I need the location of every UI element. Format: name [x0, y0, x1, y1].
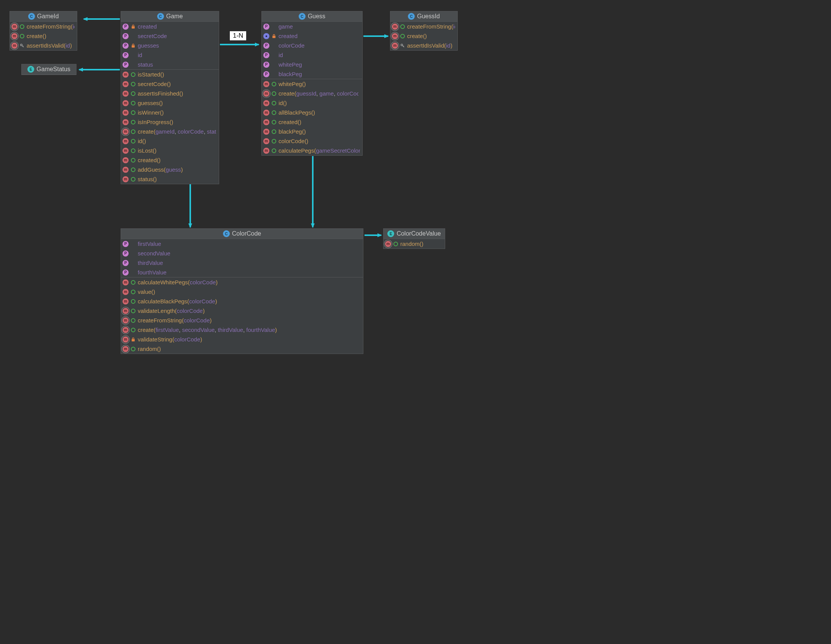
- class-member-row[interactable]: misWinner(): [121, 108, 219, 117]
- class-member-row[interactable]: mvalidateLength(colorCode): [121, 306, 363, 316]
- class-box-colorcodevalue[interactable]: EColorCodeValuemrandom(): [383, 228, 445, 249]
- class-box-guess[interactable]: CGuessPgame●createdPcolorCodePidPwhitePe…: [261, 11, 363, 156]
- class-member-row[interactable]: mstatus(): [121, 174, 219, 184]
- class-box-gamestatus[interactable]: EGameStatus: [21, 64, 76, 75]
- class-member-row[interactable]: Pid: [262, 50, 362, 60]
- property-icon: P: [263, 52, 269, 58]
- visibility-public-icon: [131, 167, 135, 172]
- class-member-row[interactable]: ●created: [262, 31, 362, 41]
- class-member-row[interactable]: PcolorCode: [262, 41, 362, 50]
- svg-rect-10: [132, 26, 135, 29]
- class-member-row[interactable]: mrandom(): [384, 239, 445, 249]
- svg-point-44: [394, 242, 398, 246]
- svg-point-41: [131, 328, 135, 332]
- class-member-row[interactable]: Pguesses: [121, 41, 219, 50]
- class-member-row[interactable]: Pgame: [262, 22, 362, 31]
- spacer: [131, 261, 135, 265]
- class-member-row[interactable]: mcreateFromString(id): [10, 22, 77, 31]
- class-member-row[interactable]: PsecondValue: [121, 249, 363, 258]
- class-member-row[interactable]: mcreate(): [390, 31, 457, 41]
- class-member-row[interactable]: PwhitePeg: [262, 60, 362, 69]
- class-member-row[interactable]: mcreateFromString(id): [390, 22, 457, 31]
- class-member-row[interactable]: maddGuess(guess): [121, 165, 219, 174]
- class-member-row[interactable]: mallBlackPegs(): [262, 108, 362, 117]
- class-box-game[interactable]: CGamePcreatedPsecretCodePguessesPidPstat…: [121, 11, 219, 184]
- class-member-row[interactable]: mcolorCode(): [262, 136, 362, 146]
- class-box-colorcode[interactable]: CColorCodePfirstValuePsecondValuePthirdV…: [121, 228, 363, 354]
- class-member-row[interactable]: mguesses(): [121, 98, 219, 108]
- class-member-row[interactable]: mcreate(): [10, 31, 77, 41]
- class-member-row[interactable]: massertIsFinished(): [121, 89, 219, 98]
- class-member-row[interactable]: mid(): [262, 98, 362, 108]
- svg-point-32: [272, 149, 276, 153]
- svg-point-26: [272, 92, 276, 96]
- svg-point-33: [401, 25, 404, 29]
- method-icon: m: [123, 289, 129, 295]
- visibility-public-icon: [131, 148, 135, 153]
- class-member-row[interactable]: mcreate(guessId, game, colorCode): [262, 89, 362, 98]
- class-title: Game: [166, 13, 183, 20]
- class-member-row[interactable]: mcreate(firstValue, secondValue, thirdVa…: [121, 325, 363, 335]
- class-member-row[interactable]: PfirstValue: [121, 239, 363, 249]
- class-member-row[interactable]: misLost(): [121, 146, 219, 155]
- member-label: status(): [138, 175, 157, 183]
- class-member-row[interactable]: mcalculateWhitePegs(colorCode): [121, 277, 363, 287]
- spacer: [131, 62, 135, 67]
- property-icon: P: [263, 24, 269, 30]
- class-member-row[interactable]: massertIdIsValid(id): [390, 41, 457, 50]
- class-member-row[interactable]: PsecretCode: [121, 31, 219, 41]
- property-icon: P: [263, 71, 269, 77]
- class-member-row[interactable]: misInProgress(): [121, 117, 219, 127]
- method-icon: m: [123, 110, 129, 116]
- svg-point-27: [272, 101, 276, 105]
- class-box-guessid[interactable]: CGuessIdmcreateFromString(id)mcreate()ma…: [390, 11, 458, 51]
- member-label: whitePeg(): [279, 80, 306, 88]
- method-icon: m: [123, 298, 129, 304]
- property-icon: P: [123, 43, 129, 49]
- svg-point-36: [131, 281, 135, 284]
- class-member-row[interactable]: misStarted(): [121, 70, 219, 79]
- member-label: guesses: [138, 42, 159, 49]
- class-member-row[interactable]: PthirdValue: [121, 258, 363, 268]
- method-icon: m: [392, 33, 398, 39]
- method-icon: m: [123, 176, 129, 182]
- method-icon: m: [123, 167, 129, 173]
- class-member-row[interactable]: mvalue(): [121, 287, 363, 296]
- method-icon: m: [263, 148, 269, 154]
- svg-point-29: [272, 120, 276, 124]
- member-label: id(): [279, 99, 287, 107]
- class-member-row[interactable]: mid(): [121, 136, 219, 146]
- visibility-public-icon: [393, 242, 398, 246]
- class-member-row[interactable]: Pstatus: [121, 60, 219, 69]
- class-member-row[interactable]: mcalculateBlackPegs(colorCode): [121, 296, 363, 306]
- class-member-row[interactable]: PblackPeg: [262, 69, 362, 79]
- class-member-row[interactable]: mcreateFromString(colorCode): [121, 316, 363, 325]
- visibility-public-icon: [131, 299, 135, 304]
- class-member-row[interactable]: mcreated(): [262, 117, 362, 127]
- member-label: secondValue: [138, 250, 170, 257]
- class-member-row[interactable]: mblackPeg(): [262, 127, 362, 136]
- class-member-row[interactable]: mcalculatePegs(gameSecretColor): [262, 146, 362, 155]
- class-header: CGame: [121, 11, 219, 22]
- class-member-row[interactable]: mcreate(gameId, colorCode, status): [121, 127, 219, 136]
- visibility-private-icon: [272, 34, 276, 38]
- class-member-row[interactable]: Pcreated: [121, 22, 219, 31]
- visibility-public-icon: [131, 139, 135, 143]
- visibility-public-icon: [131, 158, 135, 163]
- visibility-public-icon: [131, 120, 135, 124]
- class-member-row[interactable]: msecretCode(): [121, 79, 219, 89]
- class-member-row[interactable]: mwhitePeg(): [262, 79, 362, 89]
- member-label: validateLength(colorCode): [138, 307, 205, 314]
- visibility-protected-icon: [400, 43, 405, 48]
- class-member-row[interactable]: PfourthValue: [121, 268, 363, 277]
- visibility-public-icon: [272, 120, 276, 124]
- class-box-gameid[interactable]: CGameIdmcreateFromString(id)mcreate()mas…: [10, 11, 77, 51]
- class-member-row[interactable]: mvalidateString(colorCode): [121, 335, 363, 344]
- class-member-row[interactable]: massertIdIsValid(id): [10, 41, 77, 50]
- class-member-row[interactable]: mrandom(): [121, 344, 363, 354]
- class-member-row[interactable]: Pid: [121, 50, 219, 60]
- method-icon: m: [123, 72, 129, 78]
- class-member-row[interactable]: mcreated(): [121, 155, 219, 165]
- spacer: [272, 72, 276, 77]
- visibility-public-icon: [272, 101, 276, 105]
